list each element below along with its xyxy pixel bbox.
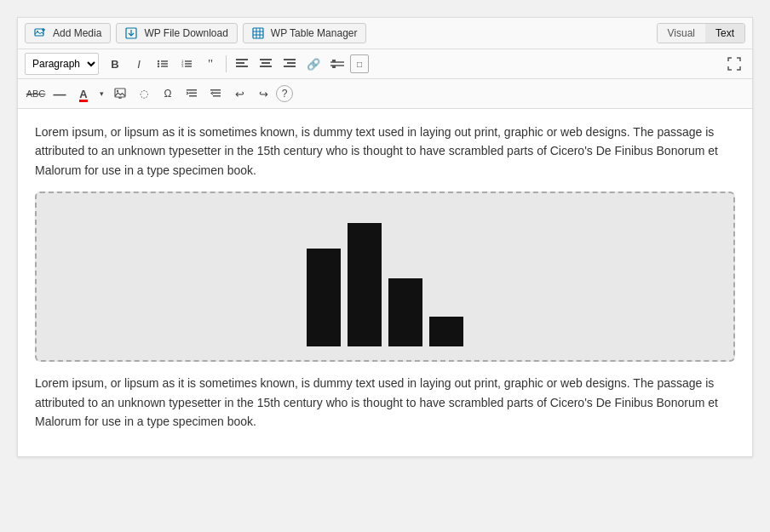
svg-point-37 bbox=[117, 90, 118, 92]
visual-tab[interactable]: Visual bbox=[658, 24, 705, 43]
ordered-list-button[interactable]: 1. 2. 3. bbox=[175, 53, 198, 75]
add-media-icon bbox=[34, 27, 49, 39]
separator1 bbox=[226, 55, 227, 72]
more-options-button[interactable]: □ bbox=[350, 54, 369, 73]
align-right-button[interactable] bbox=[279, 53, 301, 75]
paragraph-select[interactable]: Paragraph Heading 1 Heading 2 Heading 3 bbox=[25, 53, 99, 75]
bold-button[interactable]: B bbox=[104, 53, 126, 75]
add-media-button[interactable]: Add Media bbox=[25, 23, 111, 43]
svg-rect-41 bbox=[189, 93, 197, 94]
unordered-list-button[interactable] bbox=[152, 53, 174, 75]
outdent-icon bbox=[210, 88, 221, 100]
image-insert-button[interactable] bbox=[109, 83, 131, 105]
svg-text:3.: 3. bbox=[181, 64, 184, 68]
redo-button[interactable]: ↪ bbox=[252, 83, 274, 105]
wp-file-download-label: WP File Download bbox=[144, 27, 227, 39]
wp-file-download-icon bbox=[125, 27, 140, 39]
blockquote-button[interactable]: " bbox=[199, 53, 221, 75]
text-color-dropdown-button[interactable]: ▾ bbox=[95, 83, 107, 105]
wp-table-manager-label: WP Table Manager bbox=[271, 27, 358, 39]
fullscreen-button[interactable] bbox=[723, 53, 745, 75]
horizontal-rule-button[interactable] bbox=[326, 53, 348, 75]
wp-table-manager-button[interactable]: WP Table Manager bbox=[243, 23, 367, 43]
text-color-group: A ▾ bbox=[72, 83, 107, 105]
svg-rect-35 bbox=[332, 66, 336, 68]
strikethrough-button[interactable]: ABC bbox=[25, 83, 47, 105]
align-left-button[interactable] bbox=[231, 53, 253, 75]
top-bar-left: Add Media WP File Download bbox=[25, 23, 657, 43]
chart-placeholder[interactable] bbox=[35, 192, 735, 362]
hr-divider-button[interactable]: — bbox=[49, 83, 71, 105]
chart-bar bbox=[307, 249, 341, 346]
help-button[interactable]: ? bbox=[276, 85, 293, 102]
svg-rect-29 bbox=[284, 59, 296, 60]
link-button[interactable]: 🔗 bbox=[302, 53, 325, 75]
svg-rect-12 bbox=[161, 60, 168, 62]
svg-rect-31 bbox=[284, 66, 296, 67]
svg-rect-20 bbox=[185, 63, 192, 65]
format-bar-row2: ABC — A ▾ ◌ Ω bbox=[18, 79, 752, 109]
outdent-button[interactable] bbox=[204, 83, 227, 105]
italic-button[interactable]: I bbox=[128, 53, 150, 75]
svg-rect-14 bbox=[161, 63, 168, 65]
special-char-button[interactable]: Ω bbox=[157, 83, 179, 105]
ordered-list-icon: 1. 2. 3. bbox=[181, 58, 192, 70]
svg-rect-30 bbox=[287, 62, 296, 64]
clear-format-button[interactable]: ◌ bbox=[133, 83, 155, 105]
svg-rect-43 bbox=[210, 89, 221, 91]
fullscreen-icon bbox=[727, 57, 741, 71]
svg-rect-44 bbox=[213, 93, 221, 94]
svg-rect-23 bbox=[236, 59, 248, 60]
add-media-label: Add Media bbox=[53, 27, 101, 39]
chart-bar bbox=[429, 317, 463, 346]
unordered-list-icon bbox=[157, 58, 169, 70]
svg-rect-36 bbox=[115, 89, 125, 97]
svg-rect-28 bbox=[260, 66, 272, 67]
svg-rect-18 bbox=[185, 60, 192, 62]
chart-bar bbox=[348, 223, 382, 346]
content-paragraph-2: Lorem ipsum, or lipsum as it is sometime… bbox=[35, 374, 735, 431]
editor-content[interactable]: Lorem ipsum, or lipsum as it is sometime… bbox=[18, 109, 752, 456]
svg-rect-6 bbox=[253, 28, 263, 38]
text-color-button[interactable]: A bbox=[72, 83, 95, 105]
text-tab[interactable]: Text bbox=[705, 24, 744, 43]
format-bar-row1: Paragraph Heading 1 Heading 2 Heading 3 … bbox=[18, 49, 752, 79]
wp-file-download-button[interactable]: WP File Download bbox=[116, 23, 237, 43]
svg-point-13 bbox=[158, 63, 159, 65]
svg-rect-40 bbox=[187, 89, 197, 91]
svg-rect-25 bbox=[236, 66, 248, 67]
top-bar: Add Media WP File Download bbox=[18, 18, 752, 49]
align-center-icon bbox=[260, 59, 272, 69]
indent-button[interactable] bbox=[181, 83, 203, 105]
svg-rect-24 bbox=[236, 62, 244, 64]
indent-icon bbox=[186, 88, 198, 100]
svg-point-11 bbox=[158, 60, 159, 62]
content-paragraph-1: Lorem ipsum, or lipsum as it is sometime… bbox=[35, 123, 735, 180]
svg-rect-42 bbox=[189, 95, 197, 97]
view-toggle: Visual Text bbox=[657, 23, 745, 43]
svg-rect-45 bbox=[213, 95, 221, 97]
chart-bar bbox=[388, 278, 422, 346]
align-center-button[interactable] bbox=[255, 53, 277, 75]
horizontal-rule-icon bbox=[330, 59, 344, 69]
align-right-icon bbox=[284, 59, 296, 69]
svg-rect-16 bbox=[161, 66, 168, 67]
svg-rect-22 bbox=[185, 66, 192, 67]
editor-wrapper: Add Media WP File Download bbox=[17, 17, 753, 457]
chart-bars bbox=[307, 210, 463, 346]
undo-button[interactable]: ↩ bbox=[228, 83, 250, 105]
image-icon bbox=[114, 88, 126, 100]
wp-table-manager-icon bbox=[252, 27, 267, 39]
svg-rect-27 bbox=[261, 62, 270, 64]
align-left-icon bbox=[236, 59, 248, 69]
svg-point-15 bbox=[158, 66, 159, 67]
svg-rect-26 bbox=[260, 59, 272, 60]
svg-rect-34 bbox=[332, 60, 336, 62]
